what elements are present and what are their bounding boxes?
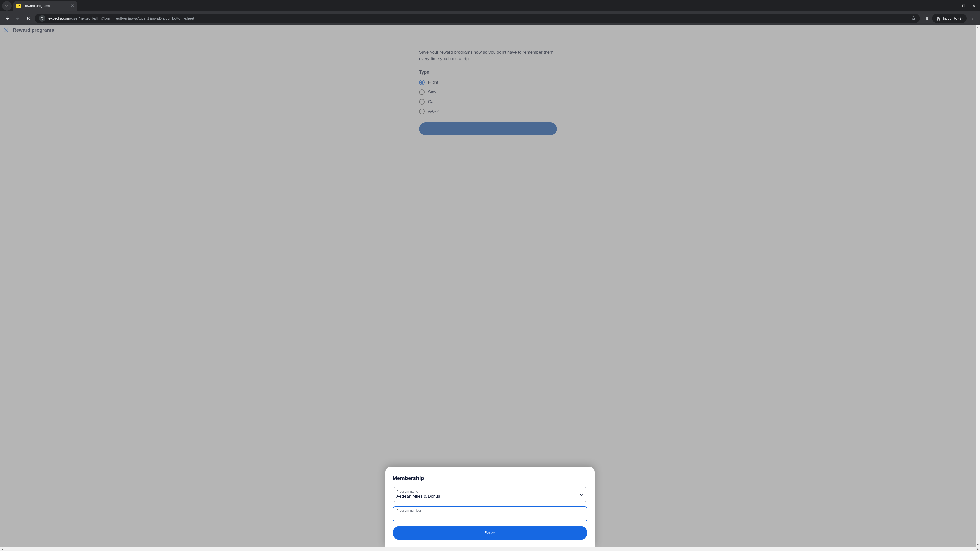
membership-modal: Membership Program name Aegean Miles & B…	[385, 467, 595, 547]
program-number-field[interactable]: Program number	[393, 507, 587, 521]
incognito-icon	[936, 16, 941, 21]
scroll-left-button[interactable]: ◀	[0, 547, 4, 551]
scroll-right-button[interactable]: ▶	[976, 547, 980, 551]
incognito-label: Incognito (2)	[943, 16, 963, 21]
plus-icon	[82, 4, 86, 8]
viewport: Reward programs Save your reward program…	[0, 25, 980, 551]
field-label: Program name	[396, 489, 584, 493]
close-window-button[interactable]	[972, 4, 975, 7]
svg-point-5	[973, 19, 974, 20]
minimize-icon	[952, 4, 955, 7]
tab-bar: Reward programs	[0, 0, 980, 11]
scroll-track[interactable]	[976, 29, 980, 543]
new-tab-button[interactable]	[80, 2, 88, 10]
scroll-down-button[interactable]: ▼	[976, 543, 980, 547]
field-value: Aegean Miles & Bonus	[396, 494, 584, 499]
tab-close-button[interactable]	[71, 4, 74, 7]
site-settings-button[interactable]	[39, 15, 45, 22]
tab-title: Reward programs	[24, 4, 50, 8]
window-controls	[952, 4, 980, 7]
side-panel-button[interactable]	[921, 14, 931, 23]
program-name-select[interactable]: Program name Aegean Miles & Bonus	[393, 487, 587, 502]
more-vertical-icon	[971, 16, 975, 21]
maximize-button[interactable]	[962, 4, 965, 7]
reload-icon	[26, 16, 31, 21]
reload-button[interactable]	[24, 14, 33, 23]
close-icon	[71, 4, 74, 7]
scroll-up-button[interactable]: ▲	[976, 25, 980, 29]
address-bar[interactable]: expedia.com/user/myprofile/ffm?form=freq…	[35, 14, 920, 23]
horizontal-scrollbar[interactable]: ◀ ▶	[0, 547, 980, 551]
forward-button[interactable]	[13, 14, 22, 23]
svg-rect-1	[924, 17, 928, 20]
panel-icon	[924, 16, 928, 21]
scroll-track[interactable]	[4, 547, 976, 551]
close-icon	[972, 4, 975, 7]
star-icon	[911, 16, 916, 21]
arrow-right-icon	[16, 16, 20, 21]
field-label: Program number	[396, 509, 584, 513]
svg-point-4	[973, 18, 974, 19]
chevron-down-icon	[5, 4, 8, 7]
tune-icon	[40, 17, 44, 20]
svg-point-3	[973, 17, 974, 17]
back-button[interactable]	[3, 14, 12, 23]
modal-title: Membership	[393, 475, 587, 481]
incognito-chip[interactable]: Incognito (2)	[932, 14, 967, 23]
vertical-scrollbar[interactable]: ▲ ▼	[976, 25, 980, 547]
arrow-left-icon	[5, 16, 10, 21]
url-text: expedia.com/user/myprofile/ffm?form=freq…	[48, 16, 194, 21]
chevron-down-icon	[579, 493, 583, 496]
browser-menu-button[interactable]	[968, 14, 977, 23]
bookmark-button[interactable]	[911, 16, 916, 21]
browser-tab[interactable]: Reward programs	[13, 1, 77, 11]
minimize-button[interactable]	[952, 4, 955, 7]
maximize-icon	[962, 4, 965, 7]
save-button[interactable]: Save	[393, 526, 587, 540]
favicon-icon	[16, 3, 21, 8]
svg-rect-0	[963, 5, 965, 7]
browser-toolbar: expedia.com/user/myprofile/ffm?form=freq…	[0, 11, 980, 25]
tab-search-button[interactable]	[2, 1, 12, 11]
program-number-input[interactable]	[396, 513, 584, 519]
